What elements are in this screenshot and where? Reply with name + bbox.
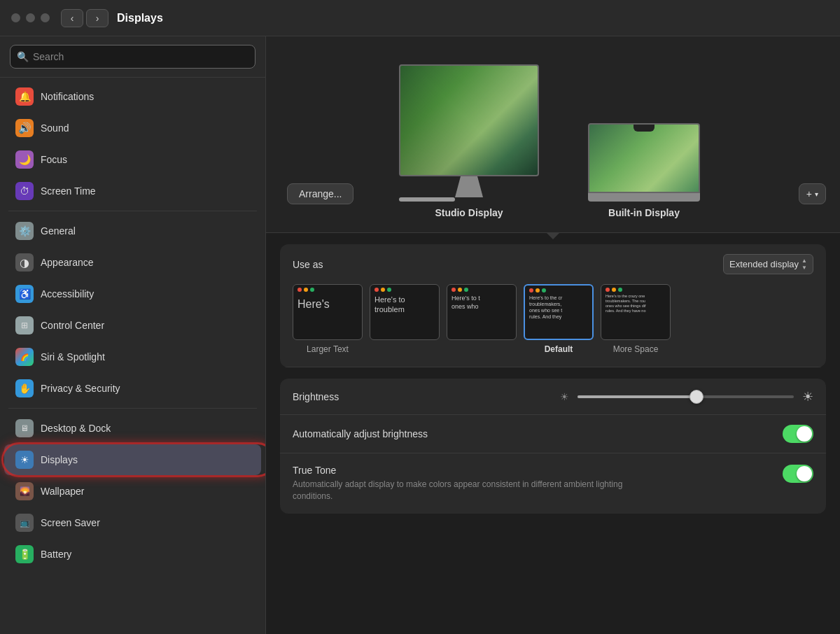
wallpaper-icon: 🌄 xyxy=(15,482,34,500)
res-option-default[interactable]: Here's to the crtroublemakers,ones who s… xyxy=(524,284,594,354)
sidebar-item-label: Sound xyxy=(41,122,250,134)
auto-brightness-row: Automatically adjust brightness xyxy=(280,415,826,453)
add-display-button[interactable]: + ▾ xyxy=(799,183,826,204)
screen-saver-icon: 📺 xyxy=(15,514,34,532)
res-traffic-lights-3 xyxy=(451,288,512,292)
sidebar-item-label: Accessibility xyxy=(41,288,250,300)
brightness-slider-track[interactable] xyxy=(578,395,794,398)
general-icon: ⚙️ xyxy=(15,222,34,240)
use-as-label: Use as xyxy=(293,259,323,270)
sidebar-item-appearance[interactable]: ◑ Appearance xyxy=(4,247,261,278)
nav-back-button[interactable]: ‹ xyxy=(61,9,83,27)
res-dot-red xyxy=(298,288,302,292)
res-dot-red xyxy=(606,288,610,292)
res-preview-text: Here's xyxy=(298,297,358,312)
res-option-3[interactable]: Here's to tones who xyxy=(447,284,517,354)
sidebar-item-focus[interactable]: 🌙 Focus xyxy=(4,144,261,175)
res-preview-2: Here's totroublem xyxy=(370,284,440,340)
res-traffic-lights xyxy=(298,288,358,292)
builtin-base xyxy=(588,193,700,202)
displays-preview-section: Arrange... Studio Display Built- xyxy=(266,36,840,233)
sidebar-item-label: Screen Time xyxy=(41,185,250,197)
res-dot-red xyxy=(451,288,456,292)
res-traffic-lights-2 xyxy=(374,288,435,292)
auto-brightness-label: Automatically adjust brightness xyxy=(293,428,783,439)
res-preview-more-space: Here's to the crazy onetroublemakers. Th… xyxy=(601,284,671,340)
builtin-display-monitor[interactable] xyxy=(588,123,700,202)
studio-display-item: Studio Display xyxy=(399,64,539,218)
sidebar-item-general[interactable]: ⚙️ General xyxy=(4,216,261,246)
sidebar-item-label: Desktop & Dock xyxy=(41,423,250,434)
extended-display-label: Extended display xyxy=(729,259,799,269)
res-option-more-space[interactable]: Here's to the crazy onetroublemakers. Th… xyxy=(601,284,671,354)
appearance-icon: ◑ xyxy=(15,253,34,272)
sidebar-item-desktop-dock[interactable]: 🖥 Desktop & Dock xyxy=(4,413,261,444)
studio-display-base xyxy=(399,197,455,202)
search-container: 🔍 xyxy=(0,36,265,78)
res-preview-text: Here's to the crazy onetroublemakers. Th… xyxy=(606,294,666,314)
resolution-section: Use as Extended display ▲ ▼ xyxy=(280,244,826,367)
res-dot-green xyxy=(387,288,391,292)
res-preview-3: Here's to tones who xyxy=(447,284,517,340)
res-dot-yellow xyxy=(458,288,462,292)
res-option-larger-text[interactable]: Here's Larger Text xyxy=(293,284,363,354)
studio-display-stand xyxy=(455,176,483,197)
brightness-section: Brightness ☀ ☀ Automatically adjust brig… xyxy=(280,379,826,514)
res-label: Larger Text xyxy=(307,344,349,354)
sidebar-item-label: General xyxy=(41,225,250,237)
nav-forward-button[interactable]: › xyxy=(86,9,108,27)
traffic-lights xyxy=(11,13,50,22)
title-bar: ‹ › Displays xyxy=(0,0,840,36)
res-preview-content: Here's xyxy=(293,285,362,315)
arrange-button[interactable]: Arrange... xyxy=(287,183,354,204)
sidebar-item-label: Focus xyxy=(41,154,250,165)
res-preview-larger: Here's xyxy=(293,284,363,340)
search-input[interactable] xyxy=(10,45,255,69)
sidebar-item-siri[interactable]: 🌈 Siri & Spotlight xyxy=(4,341,261,372)
displays-icon: ☀ xyxy=(15,451,34,469)
res-preview-content-2: Here's totroublem xyxy=(370,285,439,318)
res-dot-green xyxy=(464,288,468,292)
sidebar-item-accessibility[interactable]: ♿ Accessibility xyxy=(4,279,261,309)
desktop-dock-icon: 🖥 xyxy=(15,419,34,437)
siri-icon: 🌈 xyxy=(15,348,34,366)
sidebar-item-displays[interactable]: ☀ Displays xyxy=(4,444,261,475)
brightness-slider-thumb[interactable] xyxy=(690,390,704,404)
sidebar-item-control-center[interactable]: ⊞ Control Center xyxy=(4,310,261,341)
sidebar-item-sound[interactable]: 🔊 Sound xyxy=(4,113,261,143)
sidebar-item-notifications[interactable]: 🔔 Notifications xyxy=(4,81,261,112)
close-button[interactable] xyxy=(11,13,20,22)
res-option-2[interactable]: Here's totroublem xyxy=(370,284,440,354)
resolution-options: Here's Larger Text xyxy=(293,284,813,354)
extended-display-select[interactable]: Extended display ▲ ▼ xyxy=(723,254,813,274)
nav-buttons: ‹ › xyxy=(61,9,108,27)
sidebar-item-battery[interactable]: 🔋 Battery xyxy=(4,539,261,570)
res-traffic-lights-more-space xyxy=(606,288,666,292)
res-preview-text: Here's to the crtroublemakers,ones who s… xyxy=(529,295,588,320)
res-dot-yellow xyxy=(381,288,385,292)
sidebar-item-wallpaper[interactable]: 🌄 Wallpaper xyxy=(4,476,261,507)
brightness-low-icon: ☀ xyxy=(560,391,569,402)
sidebar-item-screen-saver[interactable]: 📺 Screen Saver xyxy=(4,507,261,538)
res-dot-red xyxy=(374,288,379,292)
notifications-icon: 🔔 xyxy=(15,87,34,106)
screen-time-icon: ⏱ xyxy=(15,182,34,200)
studio-display-monitor[interactable] xyxy=(399,64,539,202)
brightness-slider-wrap: ☀ ☀ xyxy=(560,389,813,404)
plus-icon: + xyxy=(806,188,812,199)
studio-display-screen xyxy=(399,64,539,176)
res-label xyxy=(403,344,405,354)
sidebar-item-privacy[interactable]: ✋ Privacy & Security xyxy=(4,373,261,404)
res-preview-text: Here's totroublem xyxy=(374,295,435,315)
sidebar-item-label: Privacy & Security xyxy=(41,383,250,394)
minimize-button[interactable] xyxy=(26,13,35,22)
maximize-button[interactable] xyxy=(41,13,50,22)
sidebar-item-screen-time[interactable]: ⏱ Screen Time xyxy=(4,176,261,206)
select-arrows-icon: ▲ ▼ xyxy=(802,258,807,271)
sidebar-item-label: Appearance xyxy=(41,257,250,268)
true-tone-toggle[interactable] xyxy=(783,465,813,483)
brightness-high-icon: ☀ xyxy=(802,389,813,404)
auto-brightness-toggle[interactable] xyxy=(783,425,813,443)
resolution-row: Use as Extended display ▲ ▼ xyxy=(280,244,826,367)
res-preview-text: Here's to tones who xyxy=(451,295,512,311)
